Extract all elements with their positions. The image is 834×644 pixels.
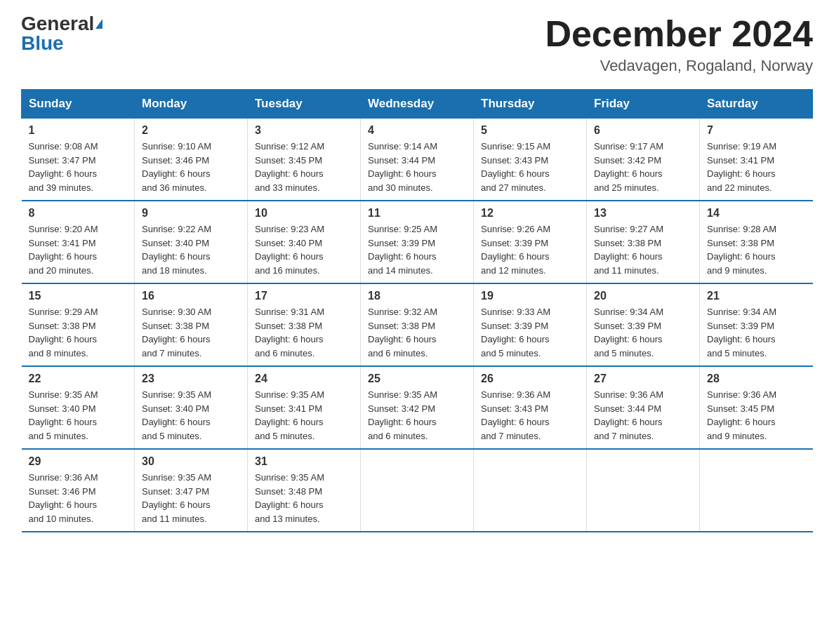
day-cell: 11Sunrise: 9:25 AM Sunset: 3:39 PM Dayli… [361,201,474,283]
day-cell: 20Sunrise: 9:34 AM Sunset: 3:39 PM Dayli… [587,283,700,366]
day-cell: 28Sunrise: 9:36 AM Sunset: 3:45 PM Dayli… [700,366,813,449]
page-header: General Blue December 2024 Vedavagen, Ro… [21,14,813,75]
day-cell: 4Sunrise: 9:14 AM Sunset: 3:44 PM Daylig… [361,119,474,201]
day-cell: 17Sunrise: 9:31 AM Sunset: 3:38 PM Dayli… [248,283,361,366]
day-info: Sunrise: 9:35 AM Sunset: 3:47 PM Dayligh… [142,471,240,525]
header-row: SundayMondayTuesdayWednesdayThursdayFrid… [22,90,813,119]
calendar-header: SundayMondayTuesdayWednesdayThursdayFrid… [22,90,813,119]
day-info: Sunrise: 9:35 AM Sunset: 3:48 PM Dayligh… [255,471,353,525]
day-cell [700,449,813,532]
day-number: 25 [368,373,466,385]
day-cell: 30Sunrise: 9:35 AM Sunset: 3:47 PM Dayli… [135,449,248,532]
day-number: 10 [255,207,353,220]
day-info: Sunrise: 9:34 AM Sunset: 3:39 PM Dayligh… [594,305,692,360]
week-row-2: 8Sunrise: 9:20 AM Sunset: 3:41 PM Daylig… [22,201,813,283]
day-number: 17 [255,290,353,302]
day-info: Sunrise: 9:36 AM Sunset: 3:43 PM Dayligh… [481,388,579,443]
day-info: Sunrise: 9:22 AM Sunset: 3:40 PM Dayligh… [142,222,240,277]
day-number: 4 [368,124,466,137]
calendar-table: SundayMondayTuesdayWednesdayThursdayFrid… [21,89,813,532]
day-number: 29 [29,455,128,468]
day-number: 11 [368,207,466,220]
day-cell: 8Sunrise: 9:20 AM Sunset: 3:41 PM Daylig… [22,201,135,283]
day-info: Sunrise: 9:23 AM Sunset: 3:40 PM Dayligh… [255,222,353,277]
day-info: Sunrise: 9:20 AM Sunset: 3:41 PM Dayligh… [29,222,128,277]
day-cell: 29Sunrise: 9:36 AM Sunset: 3:46 PM Dayli… [22,449,135,532]
day-cell: 6Sunrise: 9:17 AM Sunset: 3:42 PM Daylig… [587,119,700,201]
day-cell: 18Sunrise: 9:32 AM Sunset: 3:38 PM Dayli… [361,283,474,366]
day-number: 21 [707,290,806,302]
day-number: 14 [707,207,806,220]
day-number: 7 [707,124,806,137]
day-number: 18 [368,290,466,302]
day-info: Sunrise: 9:36 AM Sunset: 3:44 PM Dayligh… [594,388,692,443]
day-number: 27 [594,373,692,385]
day-number: 3 [255,124,353,137]
day-number: 1 [29,124,128,137]
calendar-body: 1Sunrise: 9:08 AM Sunset: 3:47 PM Daylig… [22,119,813,532]
day-number: 23 [142,373,240,385]
day-cell: 3Sunrise: 9:12 AM Sunset: 3:45 PM Daylig… [248,119,361,201]
day-info: Sunrise: 9:14 AM Sunset: 3:44 PM Dayligh… [368,140,466,194]
day-info: Sunrise: 9:27 AM Sunset: 3:38 PM Dayligh… [594,222,692,277]
day-number: 31 [255,455,353,468]
day-info: Sunrise: 9:28 AM Sunset: 3:38 PM Dayligh… [707,222,806,277]
day-number: 12 [481,207,579,220]
week-row-1: 1Sunrise: 9:08 AM Sunset: 3:47 PM Daylig… [22,119,813,201]
day-cell: 22Sunrise: 9:35 AM Sunset: 3:40 PM Dayli… [22,366,135,449]
day-info: Sunrise: 9:25 AM Sunset: 3:39 PM Dayligh… [368,222,466,277]
day-info: Sunrise: 9:35 AM Sunset: 3:40 PM Dayligh… [29,388,128,443]
day-cell: 5Sunrise: 9:15 AM Sunset: 3:43 PM Daylig… [474,119,587,201]
day-cell: 13Sunrise: 9:27 AM Sunset: 3:38 PM Dayli… [587,201,700,283]
day-cell: 27Sunrise: 9:36 AM Sunset: 3:44 PM Dayli… [587,366,700,449]
logo: General Blue [21,14,102,53]
day-info: Sunrise: 9:33 AM Sunset: 3:39 PM Dayligh… [481,305,579,360]
header-cell-saturday: Saturday [700,90,813,119]
week-row-3: 15Sunrise: 9:29 AM Sunset: 3:38 PM Dayli… [22,283,813,366]
day-cell: 10Sunrise: 9:23 AM Sunset: 3:40 PM Dayli… [248,201,361,283]
header-cell-monday: Monday [135,90,248,119]
day-info: Sunrise: 9:36 AM Sunset: 3:45 PM Dayligh… [707,388,806,443]
day-cell: 21Sunrise: 9:34 AM Sunset: 3:39 PM Dayli… [700,283,813,366]
day-number: 9 [142,207,240,220]
day-info: Sunrise: 9:36 AM Sunset: 3:46 PM Dayligh… [29,471,128,525]
day-info: Sunrise: 9:08 AM Sunset: 3:47 PM Dayligh… [29,140,128,194]
week-row-5: 29Sunrise: 9:36 AM Sunset: 3:46 PM Dayli… [22,449,813,532]
week-row-4: 22Sunrise: 9:35 AM Sunset: 3:40 PM Dayli… [22,366,813,449]
day-cell: 12Sunrise: 9:26 AM Sunset: 3:39 PM Dayli… [474,201,587,283]
day-cell [361,449,474,532]
day-number: 26 [481,373,579,385]
day-cell: 15Sunrise: 9:29 AM Sunset: 3:38 PM Dayli… [22,283,135,366]
day-info: Sunrise: 9:35 AM Sunset: 3:41 PM Dayligh… [255,388,353,443]
day-number: 28 [707,373,806,385]
day-number: 19 [481,290,579,302]
header-cell-friday: Friday [587,90,700,119]
day-number: 24 [255,373,353,385]
day-info: Sunrise: 9:30 AM Sunset: 3:38 PM Dayligh… [142,305,240,360]
day-info: Sunrise: 9:32 AM Sunset: 3:38 PM Dayligh… [368,305,466,360]
day-info: Sunrise: 9:35 AM Sunset: 3:40 PM Dayligh… [142,388,240,443]
header-cell-sunday: Sunday [22,90,135,119]
logo-blue-text: Blue [21,34,64,53]
day-cell: 31Sunrise: 9:35 AM Sunset: 3:48 PM Dayli… [248,449,361,532]
day-info: Sunrise: 9:19 AM Sunset: 3:41 PM Dayligh… [707,140,806,194]
day-info: Sunrise: 9:12 AM Sunset: 3:45 PM Dayligh… [255,140,353,194]
logo-general-text: General [21,14,94,34]
day-number: 15 [29,290,128,302]
day-number: 2 [142,124,240,137]
day-number: 6 [594,124,692,137]
day-info: Sunrise: 9:35 AM Sunset: 3:42 PM Dayligh… [368,388,466,443]
day-info: Sunrise: 9:29 AM Sunset: 3:38 PM Dayligh… [29,305,128,360]
day-cell: 19Sunrise: 9:33 AM Sunset: 3:39 PM Dayli… [474,283,587,366]
day-cell: 2Sunrise: 9:10 AM Sunset: 3:46 PM Daylig… [135,119,248,201]
logo-triangle-icon [95,19,102,29]
day-cell: 1Sunrise: 9:08 AM Sunset: 3:47 PM Daylig… [22,119,135,201]
day-cell: 26Sunrise: 9:36 AM Sunset: 3:43 PM Dayli… [474,366,587,449]
day-number: 13 [594,207,692,220]
day-info: Sunrise: 9:34 AM Sunset: 3:39 PM Dayligh… [707,305,806,360]
day-info: Sunrise: 9:17 AM Sunset: 3:42 PM Dayligh… [594,140,692,194]
day-cell: 14Sunrise: 9:28 AM Sunset: 3:38 PM Dayli… [700,201,813,283]
month-title: December 2024 [545,14,813,54]
day-cell: 7Sunrise: 9:19 AM Sunset: 3:41 PM Daylig… [700,119,813,201]
day-number: 20 [594,290,692,302]
